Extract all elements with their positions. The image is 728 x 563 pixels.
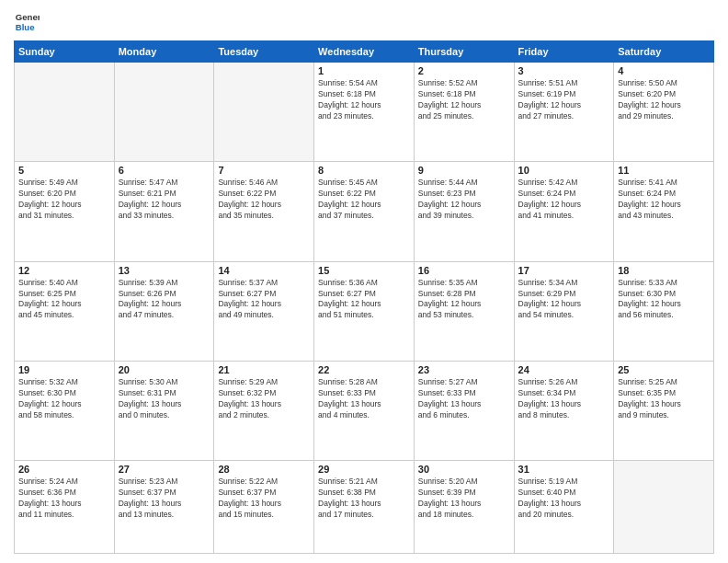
day-info: Sunrise: 5:45 AM Sunset: 6:22 PM Dayligh… (318, 178, 410, 222)
day-cell: 25Sunrise: 5:25 AM Sunset: 6:35 PM Dayli… (614, 362, 714, 461)
day-number: 12 (18, 265, 110, 276)
day-info: Sunrise: 5:25 AM Sunset: 6:35 PM Dayligh… (618, 377, 710, 421)
day-info: Sunrise: 5:28 AM Sunset: 6:33 PM Dayligh… (318, 377, 410, 421)
day-info: Sunrise: 5:47 AM Sunset: 6:21 PM Dayligh… (119, 178, 210, 222)
day-info: Sunrise: 5:49 AM Sunset: 6:20 PM Dayligh… (18, 178, 110, 222)
day-cell: 7Sunrise: 5:46 AM Sunset: 6:22 PM Daylig… (214, 162, 314, 261)
day-number: 6 (119, 165, 210, 176)
weekday-header-thursday: Thursday (414, 41, 514, 63)
weekday-header-tuesday: Tuesday (214, 41, 314, 63)
day-cell: 10Sunrise: 5:42 AM Sunset: 6:24 PM Dayli… (514, 162, 614, 261)
day-info: Sunrise: 5:36 AM Sunset: 6:27 PM Dayligh… (318, 278, 410, 322)
weekday-header-sunday: Sunday (15, 41, 115, 63)
day-cell: 20Sunrise: 5:30 AM Sunset: 6:31 PM Dayli… (114, 362, 214, 461)
day-cell: 30Sunrise: 5:20 AM Sunset: 6:39 PM Dayli… (414, 461, 514, 554)
day-info: Sunrise: 5:50 AM Sunset: 6:20 PM Dayligh… (618, 78, 710, 122)
day-info: Sunrise: 5:40 AM Sunset: 6:25 PM Dayligh… (18, 278, 110, 322)
day-number: 14 (218, 265, 310, 276)
weekday-header-wednesday: Wednesday (314, 41, 415, 63)
day-number: 21 (218, 364, 310, 375)
day-number: 25 (618, 364, 710, 375)
day-cell: 11Sunrise: 5:41 AM Sunset: 6:24 PM Dayli… (614, 162, 714, 261)
day-cell: 16Sunrise: 5:35 AM Sunset: 6:28 PM Dayli… (414, 261, 514, 361)
day-info: Sunrise: 5:41 AM Sunset: 6:24 PM Dayligh… (618, 178, 710, 222)
day-info: Sunrise: 5:32 AM Sunset: 6:30 PM Dayligh… (18, 377, 110, 421)
day-number: 4 (618, 65, 710, 76)
day-cell: 24Sunrise: 5:26 AM Sunset: 6:34 PM Dayli… (514, 362, 614, 461)
logo-icon: General Blue (14, 9, 40, 35)
day-cell: 26Sunrise: 5:24 AM Sunset: 6:36 PM Dayli… (15, 461, 115, 554)
day-info: Sunrise: 5:46 AM Sunset: 6:22 PM Dayligh… (218, 178, 310, 222)
day-cell: 18Sunrise: 5:33 AM Sunset: 6:30 PM Dayli… (614, 261, 714, 361)
day-cell: 19Sunrise: 5:32 AM Sunset: 6:30 PM Dayli… (15, 362, 115, 461)
day-cell: 8Sunrise: 5:45 AM Sunset: 6:22 PM Daylig… (314, 162, 415, 261)
day-cell: 27Sunrise: 5:23 AM Sunset: 6:37 PM Dayli… (114, 461, 214, 554)
day-number: 23 (418, 364, 510, 375)
day-info: Sunrise: 5:26 AM Sunset: 6:34 PM Dayligh… (518, 377, 610, 421)
day-info: Sunrise: 5:29 AM Sunset: 6:32 PM Dayligh… (218, 377, 310, 421)
day-info: Sunrise: 5:23 AM Sunset: 6:37 PM Dayligh… (119, 477, 210, 521)
day-cell: 13Sunrise: 5:39 AM Sunset: 6:26 PM Dayli… (114, 261, 214, 361)
week-row-2: 5Sunrise: 5:49 AM Sunset: 6:20 PM Daylig… (15, 162, 714, 261)
day-cell: 29Sunrise: 5:21 AM Sunset: 6:38 PM Dayli… (314, 461, 415, 554)
day-number: 3 (518, 65, 610, 76)
day-info: Sunrise: 5:52 AM Sunset: 6:18 PM Dayligh… (418, 78, 510, 122)
header: General Blue (14, 9, 714, 35)
calendar-table: SundayMondayTuesdayWednesdayThursdayFrid… (14, 40, 714, 554)
day-cell: 14Sunrise: 5:37 AM Sunset: 6:27 PM Dayli… (214, 261, 314, 361)
day-cell: 15Sunrise: 5:36 AM Sunset: 6:27 PM Dayli… (314, 261, 415, 361)
day-number: 13 (119, 265, 210, 276)
svg-text:General: General (16, 12, 40, 22)
day-number: 11 (618, 165, 710, 176)
day-number: 15 (318, 265, 410, 276)
day-info: Sunrise: 5:34 AM Sunset: 6:29 PM Dayligh… (518, 278, 610, 322)
day-number: 19 (18, 364, 110, 375)
day-info: Sunrise: 5:21 AM Sunset: 6:38 PM Dayligh… (318, 477, 410, 521)
day-number: 18 (618, 265, 710, 276)
day-cell: 21Sunrise: 5:29 AM Sunset: 6:32 PM Dayli… (214, 362, 314, 461)
day-number: 5 (18, 165, 110, 176)
day-cell: 12Sunrise: 5:40 AM Sunset: 6:25 PM Dayli… (15, 261, 115, 361)
weekday-header-row: SundayMondayTuesdayWednesdayThursdayFrid… (15, 41, 714, 63)
weekday-header-friday: Friday (514, 41, 614, 63)
day-cell (214, 63, 314, 162)
day-number: 22 (318, 364, 410, 375)
day-number: 16 (418, 265, 510, 276)
day-cell: 1Sunrise: 5:54 AM Sunset: 6:18 PM Daylig… (314, 63, 415, 162)
day-info: Sunrise: 5:30 AM Sunset: 6:31 PM Dayligh… (119, 377, 210, 421)
day-cell (114, 63, 214, 162)
weekday-header-monday: Monday (114, 41, 214, 63)
day-cell: 22Sunrise: 5:28 AM Sunset: 6:33 PM Dayli… (314, 362, 415, 461)
weekday-header-saturday: Saturday (614, 41, 714, 63)
day-cell (614, 461, 714, 554)
day-cell: 6Sunrise: 5:47 AM Sunset: 6:21 PM Daylig… (114, 162, 214, 261)
svg-text:Blue: Blue (16, 22, 35, 32)
day-info: Sunrise: 5:35 AM Sunset: 6:28 PM Dayligh… (418, 278, 510, 322)
day-cell: 2Sunrise: 5:52 AM Sunset: 6:18 PM Daylig… (414, 63, 514, 162)
day-info: Sunrise: 5:20 AM Sunset: 6:39 PM Dayligh… (418, 477, 510, 521)
week-row-5: 26Sunrise: 5:24 AM Sunset: 6:36 PM Dayli… (15, 461, 714, 554)
day-cell (15, 63, 115, 162)
day-cell: 23Sunrise: 5:27 AM Sunset: 6:33 PM Dayli… (414, 362, 514, 461)
day-number: 7 (218, 165, 310, 176)
day-number: 20 (119, 364, 210, 375)
day-number: 27 (119, 464, 210, 475)
day-number: 26 (18, 464, 110, 475)
day-cell: 31Sunrise: 5:19 AM Sunset: 6:40 PM Dayli… (514, 461, 614, 554)
day-info: Sunrise: 5:24 AM Sunset: 6:36 PM Dayligh… (18, 477, 110, 521)
day-number: 28 (218, 464, 310, 475)
day-info: Sunrise: 5:33 AM Sunset: 6:30 PM Dayligh… (618, 278, 710, 322)
day-number: 8 (318, 165, 410, 176)
day-number: 17 (518, 265, 610, 276)
day-number: 10 (518, 165, 610, 176)
day-cell: 3Sunrise: 5:51 AM Sunset: 6:19 PM Daylig… (514, 63, 614, 162)
day-number: 24 (518, 364, 610, 375)
week-row-1: 1Sunrise: 5:54 AM Sunset: 6:18 PM Daylig… (15, 63, 714, 162)
day-info: Sunrise: 5:44 AM Sunset: 6:23 PM Dayligh… (418, 178, 510, 222)
day-info: Sunrise: 5:42 AM Sunset: 6:24 PM Dayligh… (518, 178, 610, 222)
day-info: Sunrise: 5:39 AM Sunset: 6:26 PM Dayligh… (119, 278, 210, 322)
day-number: 1 (318, 65, 410, 76)
week-row-4: 19Sunrise: 5:32 AM Sunset: 6:30 PM Dayli… (15, 362, 714, 461)
day-cell: 4Sunrise: 5:50 AM Sunset: 6:20 PM Daylig… (614, 63, 714, 162)
logo: General Blue (14, 9, 40, 35)
